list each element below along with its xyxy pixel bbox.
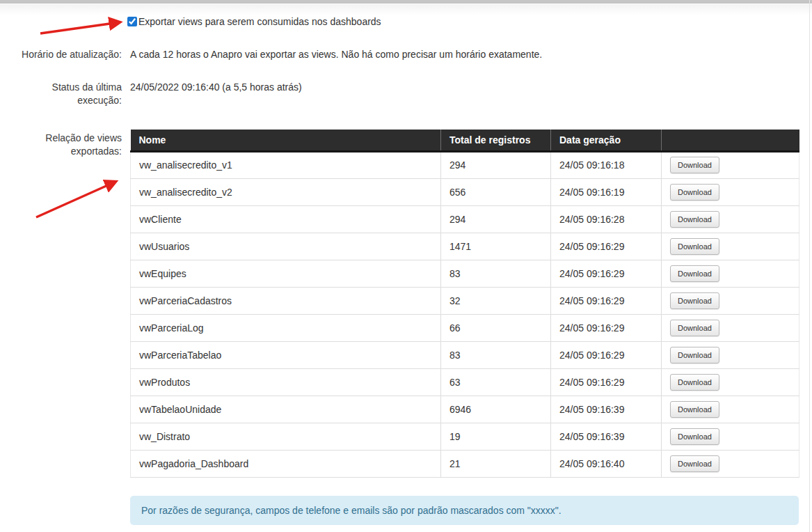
column-header-nome: Nome bbox=[131, 130, 441, 151]
download-button[interactable]: Download bbox=[670, 401, 719, 418]
total-registros-cell: 294 bbox=[441, 151, 551, 178]
download-cell: Download bbox=[662, 423, 799, 450]
download-button[interactable]: Download bbox=[670, 184, 719, 201]
data-geracao-cell: 24/05 09:16:39 bbox=[551, 423, 662, 450]
download-cell: Download bbox=[662, 178, 799, 205]
download-cell: Download bbox=[662, 287, 799, 314]
download-button[interactable]: Download bbox=[670, 292, 719, 309]
table-row: vw_analisecredito_v129424/05 09:16:18Dow… bbox=[131, 151, 799, 178]
data-geracao-cell: 24/05 09:16:40 bbox=[551, 450, 662, 477]
page-right-border bbox=[809, 0, 810, 532]
download-cell: Download bbox=[662, 341, 799, 368]
view-name-cell: vw_Distrato bbox=[131, 423, 441, 450]
data-geracao-cell: 24/05 09:16:28 bbox=[551, 205, 662, 233]
data-geracao-cell: 24/05 09:16:29 bbox=[551, 260, 662, 287]
total-registros-cell: 656 bbox=[441, 178, 551, 205]
security-info-banner: Por razões de segurança, campos de telef… bbox=[130, 496, 799, 525]
download-cell: Download bbox=[662, 233, 799, 260]
views-table-body: vw_analisecredito_v129424/05 09:16:18Dow… bbox=[131, 151, 799, 477]
data-geracao-cell: 24/05 09:16:29 bbox=[551, 314, 662, 341]
top-divider-shadow bbox=[0, 4, 812, 15]
table-row: vwParceriaCadastros3224/05 09:16:29Downl… bbox=[131, 287, 799, 314]
data-geracao-cell: 24/05 09:16:39 bbox=[551, 396, 662, 423]
view-name-cell: vwParceriaTabelao bbox=[131, 341, 441, 368]
table-row: vwCliente29424/05 09:16:28Download bbox=[131, 205, 799, 233]
view-name-cell: vw_analisecredito_v2 bbox=[131, 178, 441, 205]
table-row: vwParceriaLog6624/05 09:16:29Download bbox=[131, 314, 799, 341]
table-row: vwPagadoria_Dashboard2124/05 09:16:40Dow… bbox=[131, 450, 799, 477]
view-name-cell: vwParceriaLog bbox=[131, 314, 441, 341]
top-divider-bar bbox=[0, 0, 812, 3]
data-geracao-cell: 24/05 09:16:19 bbox=[551, 178, 662, 205]
table-row: vwEquipes8324/05 09:16:29Download bbox=[131, 260, 799, 287]
download-button[interactable]: Download bbox=[670, 265, 719, 282]
total-registros-cell: 6946 bbox=[441, 396, 551, 423]
view-name-cell: vwTabelaoUnidade bbox=[131, 396, 441, 423]
total-registros-cell: 1471 bbox=[441, 233, 551, 260]
total-registros-cell: 32 bbox=[441, 287, 551, 314]
view-name-cell: vwCliente bbox=[131, 205, 441, 233]
download-cell: Download bbox=[662, 396, 799, 423]
download-cell: Download bbox=[662, 260, 799, 287]
schedule-field-value: A cada 12 horas o Anapro vai exportar as… bbox=[130, 48, 770, 61]
download-button[interactable]: Download bbox=[670, 347, 719, 363]
download-cell: Download bbox=[662, 450, 799, 477]
red-arrow-icon bbox=[35, 15, 132, 39]
export-views-checkbox[interactable] bbox=[127, 17, 137, 26]
total-registros-cell: 21 bbox=[441, 450, 551, 477]
download-cell: Download bbox=[662, 151, 799, 178]
data-geracao-cell: 24/05 09:16:29 bbox=[551, 341, 662, 368]
data-geracao-cell: 24/05 09:16:29 bbox=[551, 233, 662, 260]
data-geracao-cell: 24/05 09:16:29 bbox=[551, 287, 662, 314]
download-button[interactable]: Download bbox=[670, 211, 719, 228]
view-name-cell: vwPagadoria_Dashboard bbox=[131, 450, 441, 477]
total-registros-cell: 63 bbox=[441, 368, 551, 396]
view-name-cell: vw_analisecredito_v1 bbox=[131, 151, 441, 178]
red-arrow-icon bbox=[29, 173, 130, 225]
table-row: vwProdutos6324/05 09:16:29Download bbox=[131, 368, 799, 396]
schedule-field-label: Horário de atualização: bbox=[0, 48, 122, 61]
view-name-cell: vwUsuarios bbox=[131, 233, 441, 260]
view-name-cell: vwEquipes bbox=[131, 260, 441, 287]
column-header-data-geracao: Data geração bbox=[551, 130, 662, 151]
status-field-value: 24/05/2022 09:16:40 (a 5,5 horas atrás) bbox=[130, 81, 302, 94]
table-row: vw_Distrato1924/05 09:16:39Download bbox=[131, 423, 799, 450]
download-cell: Download bbox=[662, 368, 799, 396]
security-info-text: Por razões de segurança, campos de telef… bbox=[141, 505, 562, 516]
table-row: vwTabelaoUnidade694624/05 09:16:39Downlo… bbox=[131, 396, 799, 423]
data-geracao-cell: 24/05 09:16:29 bbox=[551, 368, 662, 396]
export-views-checkbox-label: Exportar views para serem consumidas nos… bbox=[138, 16, 381, 27]
view-name-cell: vwProdutos bbox=[131, 368, 441, 396]
total-registros-cell: 83 bbox=[441, 341, 551, 368]
table-row: vwUsuarios147124/05 09:16:29Download bbox=[131, 233, 799, 260]
table-row: vw_analisecredito_v265624/05 09:16:19Dow… bbox=[131, 178, 799, 205]
download-button[interactable]: Download bbox=[670, 455, 719, 472]
views-field-label: Relação de views exportadas: bbox=[31, 132, 122, 158]
total-registros-cell: 294 bbox=[441, 205, 551, 233]
download-button[interactable]: Download bbox=[670, 428, 719, 445]
download-button[interactable]: Download bbox=[670, 374, 719, 391]
table-header: Nome Total de registros Data geração bbox=[131, 130, 799, 151]
export-views-settings-page: Exportar views para serem consumidas nos… bbox=[0, 0, 812, 532]
download-button[interactable]: Download bbox=[670, 157, 719, 173]
total-registros-cell: 66 bbox=[441, 314, 551, 341]
total-registros-cell: 83 bbox=[441, 260, 551, 287]
download-cell: Download bbox=[662, 314, 799, 341]
exported-views-table: Nome Total de registros Data geração vw_… bbox=[130, 130, 799, 478]
total-registros-cell: 19 bbox=[441, 423, 551, 450]
export-views-option: Exportar views para serem consumidas nos… bbox=[127, 16, 381, 27]
download-button[interactable]: Download bbox=[670, 238, 719, 255]
table-row: vwParceriaTabelao8324/05 09:16:29Downloa… bbox=[131, 341, 799, 368]
status-field-label: Status da última execução: bbox=[31, 81, 122, 107]
data-geracao-cell: 24/05 09:16:18 bbox=[551, 151, 662, 178]
column-header-actions bbox=[662, 130, 799, 151]
download-cell: Download bbox=[662, 205, 799, 233]
download-button[interactable]: Download bbox=[670, 320, 719, 336]
view-name-cell: vwParceriaCadastros bbox=[131, 287, 441, 314]
column-header-total-registros: Total de registros bbox=[441, 130, 551, 151]
